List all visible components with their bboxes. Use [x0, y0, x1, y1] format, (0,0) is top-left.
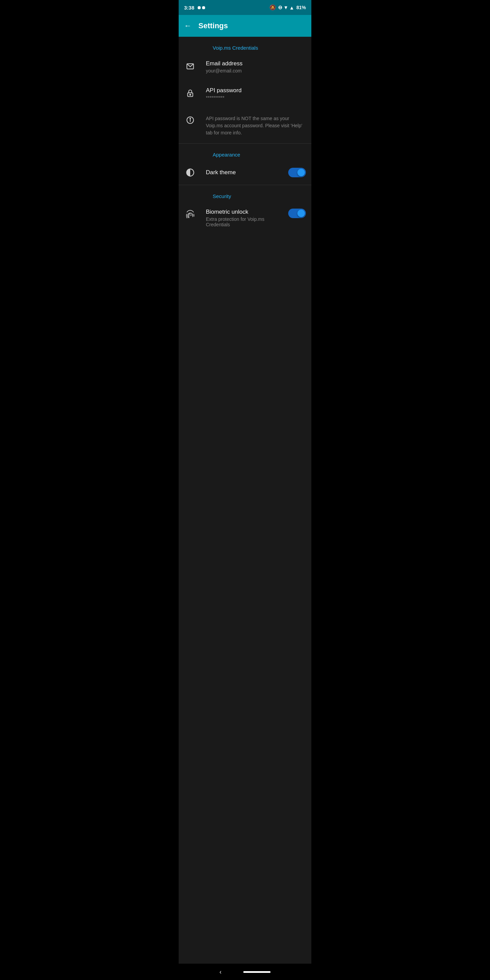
biometric-title: Biometric unlock	[206, 208, 279, 215]
signal-icon: ▲	[289, 5, 294, 11]
api-password-setting-row[interactable]: API password **********	[179, 80, 311, 107]
app-bar: ← Settings	[179, 15, 311, 37]
voicemail-icon: ⏺⏺	[197, 5, 206, 10]
settings-content: Voip.ms Credentials Email address your@e…	[179, 37, 311, 964]
page-title: Settings	[198, 21, 228, 30]
dark-theme-setting-row[interactable]: Dark theme	[179, 160, 311, 185]
back-button[interactable]: ←	[184, 21, 192, 30]
biometric-toggle[interactable]	[288, 208, 306, 218]
email-title: Email address	[206, 60, 306, 67]
bottom-nav: ‹	[179, 964, 311, 980]
api-info-row: API password is NOT the same as your Voi…	[179, 107, 311, 143]
info-circle-icon	[184, 114, 196, 126]
biometric-slider	[288, 208, 306, 218]
status-bar-left: 3:38 ⏺⏺	[184, 5, 206, 11]
dark-theme-title: Dark theme	[206, 169, 279, 176]
fingerprint-icon	[184, 208, 196, 221]
biometric-setting-row[interactable]: Biometric unlock Extra protection for Vo…	[179, 202, 311, 234]
dark-theme-toggle[interactable]	[288, 168, 306, 177]
nav-home-pill[interactable]	[243, 971, 270, 973]
nav-back-button[interactable]: ‹	[220, 969, 221, 975]
lock-icon	[184, 87, 196, 99]
biometric-setting-text: Biometric unlock Extra protection for Vo…	[206, 208, 279, 227]
api-info-text: API password is NOT the same as your Voi…	[206, 114, 306, 137]
email-setting-text: Email address your@email.com	[206, 60, 306, 73]
email-setting-row[interactable]: Email address your@email.com	[179, 53, 311, 80]
biometric-subtitle: Extra protection for Voip.ms Credentials	[206, 216, 279, 227]
credentials-section: Voip.ms Credentials Email address your@e…	[179, 37, 311, 143]
appearance-section-header: Appearance	[179, 143, 311, 160]
api-password-subtitle: **********	[206, 95, 306, 100]
svg-point-5	[190, 118, 191, 119]
security-section: Security Biometric unlock Extra protecti…	[179, 185, 311, 234]
theme-icon	[184, 166, 196, 179]
status-bar: 3:38 ⏺⏺ 🔕 ⊖ ▾ ▲ 81%	[179, 0, 311, 15]
svg-point-2	[189, 94, 191, 95]
email-subtitle: your@email.com	[206, 68, 306, 73]
dark-theme-slider	[288, 168, 306, 177]
wifi-icon: ▾	[285, 5, 287, 11]
security-section-header: Security	[179, 185, 311, 202]
api-info-subtitle: API password is NOT the same as your Voi…	[206, 115, 306, 137]
bell-off-icon: 🔕	[269, 5, 276, 11]
envelope-icon	[184, 60, 196, 73]
minus-circle-icon: ⊖	[278, 5, 282, 11]
status-bar-right: 🔕 ⊖ ▾ ▲ 81%	[269, 5, 306, 11]
status-time: 3:38	[184, 5, 194, 11]
credentials-section-header: Voip.ms Credentials	[179, 37, 311, 53]
api-password-title: API password	[206, 87, 306, 94]
dark-theme-text: Dark theme	[206, 169, 279, 176]
appearance-section: Appearance Dark theme	[179, 143, 311, 185]
api-password-setting-text: API password **********	[206, 87, 306, 100]
battery-percentage: 81%	[296, 5, 306, 10]
